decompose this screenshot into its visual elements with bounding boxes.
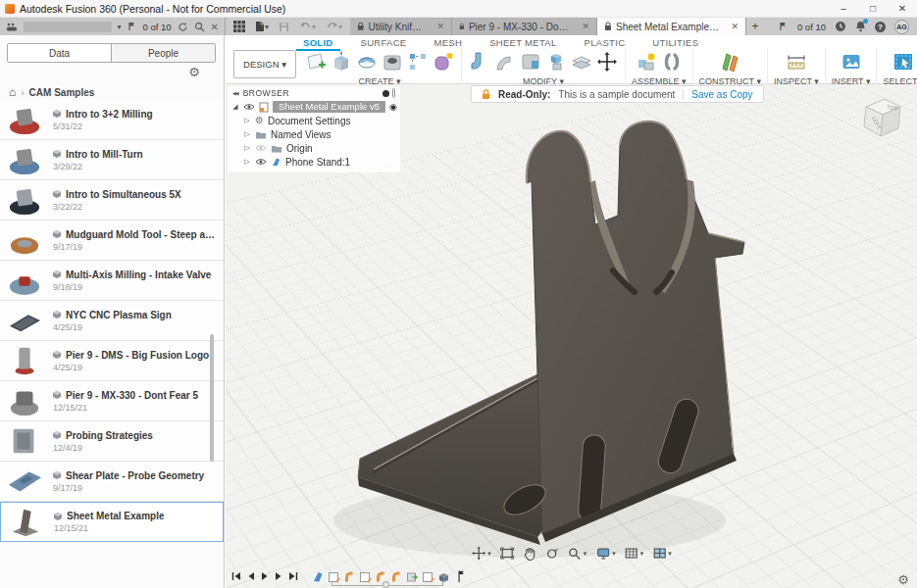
select-tool-icon[interactable]	[892, 50, 915, 74]
document-tab[interactable]: Pier 9 - MX-330 - Dont Fear 5 v5 ✕	[452, 18, 597, 35]
list-item[interactable]: Shear Plate - Probe Geometry9/17/19	[0, 462, 224, 502]
zoom-window-icon[interactable]: ▾	[568, 547, 587, 561]
bend-icon[interactable]	[493, 50, 517, 74]
browser-node[interactable]: ▷ Origin	[228, 141, 400, 155]
list-item[interactable]: Intro to 3+2 Milling5/31/22	[0, 100, 224, 140]
construct-plane-icon[interactable]	[718, 50, 741, 74]
minimize-button[interactable]: –	[829, 0, 858, 17]
job-status-count[interactable]: 0 of 10	[797, 22, 826, 32]
pattern-icon[interactable]	[406, 50, 430, 74]
close-tab-icon[interactable]: ✕	[732, 22, 739, 31]
close-tab-icon[interactable]: ✕	[583, 22, 590, 31]
list-item[interactable]: Multi-Axis Milling - Intake Valve9/18/19	[0, 261, 224, 301]
close-tab-icon[interactable]: ✕	[437, 22, 445, 31]
job-status-count[interactable]: 0 of 10	[143, 22, 172, 32]
list-item[interactable]: Pier 9 - DMS - Big Fusion Logo4/25/19	[0, 341, 224, 381]
hole-icon[interactable]	[381, 50, 404, 74]
tree-expand-icon[interactable]: ▷	[243, 144, 251, 152]
grid-snap-icon[interactable]: ▾	[625, 547, 644, 560]
view-cube[interactable]: TOP LEFT	[854, 90, 909, 145]
revolve-icon[interactable]	[355, 50, 379, 74]
undo-icon[interactable]: ▾	[299, 22, 316, 31]
recent-activity-clock-icon[interactable]	[835, 21, 846, 32]
visibility-eye-icon[interactable]	[243, 103, 255, 111]
tree-expand-icon[interactable]: ▷	[243, 117, 251, 124]
measure-icon[interactable]	[785, 50, 808, 74]
joint-icon[interactable]	[660, 50, 684, 74]
list-item[interactable]: NYC CNC Plasma Sign4/25/19	[0, 301, 224, 341]
save-as-copy-link[interactable]: Save as Copy	[691, 89, 752, 100]
maximize-button[interactable]: □	[858, 0, 888, 17]
step-back-icon[interactable]	[247, 571, 255, 581]
skip-to-start-icon[interactable]	[231, 571, 241, 581]
unfold-icon[interactable]	[519, 50, 542, 74]
pan-orbit-icon[interactable]: ▾	[471, 546, 491, 561]
insert-image-icon[interactable]	[840, 50, 863, 74]
show-data-panel-icon[interactable]	[233, 21, 245, 32]
create-form-icon[interactable]	[432, 50, 455, 74]
panel-handle[interactable]	[392, 88, 395, 98]
display-settings-icon[interactable]: ▾	[595, 547, 616, 560]
visibility-eye-icon[interactable]	[255, 158, 267, 166]
team-name-dropdown[interactable]	[24, 22, 112, 32]
fit-view-icon[interactable]	[500, 547, 515, 560]
tree-expand-icon[interactable]: ◢	[231, 103, 239, 111]
search-icon[interactable]	[194, 22, 205, 32]
play-icon[interactable]	[261, 571, 269, 581]
root-node-label[interactable]: Sheet Metal Example v5	[273, 101, 385, 113]
corner-icon[interactable]	[544, 50, 568, 74]
save-icon[interactable]	[279, 22, 289, 32]
account-avatar[interactable]: AG	[894, 20, 909, 34]
document-tab-active[interactable]: Sheet Metal Example v5 ✕	[597, 18, 746, 35]
list-item[interactable]: Intro to Mill-Turn3/29/22	[0, 140, 224, 180]
redo-icon[interactable]: ▾	[326, 22, 342, 31]
visibility-eye-off-icon[interactable]	[255, 144, 267, 152]
help-icon[interactable]: ?	[875, 22, 886, 32]
workspace-selector[interactable]: DESIGN ▾	[233, 50, 296, 78]
tab-data[interactable]: Data	[8, 44, 112, 62]
viewports-icon[interactable]: ▾	[652, 547, 672, 560]
pan-hand-icon[interactable]	[524, 547, 536, 561]
browser-node[interactable]: ▷ Phone Stand:1	[228, 155, 400, 169]
document-tab[interactable]: Utility Knife v2 ✕	[350, 18, 452, 35]
browser-root-row[interactable]: ◢ Sheet Metal Example v5 ◉	[228, 100, 400, 114]
skip-to-end-icon[interactable]	[288, 571, 298, 581]
close-panel-icon[interactable]: ✕	[211, 22, 219, 32]
new-component-icon[interactable]	[635, 50, 658, 74]
timeline-feature-component[interactable]	[312, 570, 325, 583]
tree-expand-icon[interactable]: ▷	[243, 158, 251, 166]
orbit-icon[interactable]	[545, 547, 559, 561]
browser-node[interactable]: ▷ ⚙ Document Settings	[228, 114, 400, 127]
list-item[interactable]: Pier 9 - MX-330 - Dont Fear 512/15/21	[0, 381, 224, 421]
move-icon[interactable]	[595, 50, 619, 74]
close-button[interactable]: ✕	[888, 0, 917, 17]
list-item[interactable]: Mudguard Mold Tool - Steep and Shall...9…	[0, 220, 224, 261]
collapse-panel-icon[interactable]: ◀◀	[232, 90, 238, 96]
model-viewport[interactable]: ◀◀ BROWSER ◢ Sheet Metal Example v5 ◉ ▷ …	[226, 84, 917, 588]
activate-component-icon[interactable]: ◉	[389, 103, 397, 112]
extrude-icon[interactable]	[330, 50, 353, 74]
new-tab-button[interactable]: +	[746, 18, 764, 35]
list-item[interactable]: Intro to Simultaneous 5X3/22/22	[0, 180, 224, 220]
sidebar-scrollbar[interactable]	[210, 334, 214, 462]
viewport-settings-gear-icon[interactable]: ⚙	[897, 573, 909, 586]
notifications-bell-icon[interactable]	[855, 21, 866, 32]
panel-settings-gear-icon[interactable]: ⚙	[188, 66, 200, 78]
step-forward-icon[interactable]	[275, 571, 282, 581]
timeline-group-handle[interactable]	[382, 581, 389, 588]
home-icon[interactable]: ⌂	[9, 86, 16, 98]
chevron-down-icon[interactable]: ▾	[118, 23, 122, 31]
flange-icon[interactable]	[468, 50, 491, 74]
display-mode-icon[interactable]	[382, 90, 389, 97]
timeline-position-marker[interactable]	[453, 570, 466, 583]
breadcrumb-folder[interactable]: CAM Samples	[29, 87, 95, 98]
create-sketch-icon[interactable]	[304, 50, 328, 74]
stock-sheets-icon[interactable]	[570, 50, 593, 74]
list-item[interactable]: Probing Strategies12/4/19	[0, 421, 224, 462]
browser-node[interactable]: ▷ Named Views	[228, 127, 400, 141]
file-menu-icon[interactable]: ▾	[255, 21, 269, 32]
tree-expand-icon[interactable]: ▷	[243, 130, 251, 138]
refresh-icon[interactable]	[178, 22, 188, 32]
list-item-selected[interactable]: Sheet Metal Example12/15/21	[0, 502, 224, 542]
tab-people[interactable]: People	[112, 44, 215, 62]
